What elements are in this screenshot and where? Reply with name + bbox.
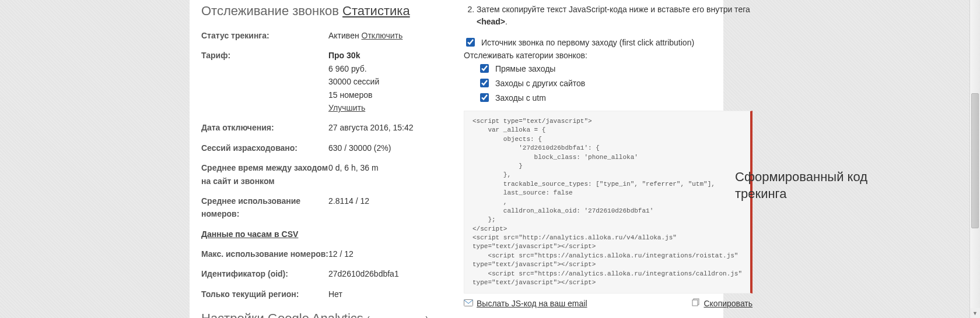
- oid-value: 27d2610d26bdbfa1: [328, 267, 446, 280]
- statistics-link[interactable]: Статистика: [342, 3, 410, 18]
- oid-label: Идентификатор (oid):: [201, 267, 328, 280]
- upgrade-tariff-link[interactable]: Улучшить: [328, 103, 365, 112]
- referrer-label: Заходы с других сайтов: [495, 79, 585, 88]
- copy-code-link[interactable]: Скопировать: [692, 298, 752, 308]
- mail-icon: [464, 299, 473, 308]
- tariff-label: Тариф:: [201, 49, 328, 62]
- region-value: Нет: [328, 288, 446, 301]
- avg-time-value: 0 d, 6 h, 36 m: [328, 161, 446, 174]
- avg-time-label: Среднее время между заходом на сайт и зв…: [201, 161, 328, 188]
- first-click-checkbox[interactable]: [466, 38, 475, 47]
- csv-download-link[interactable]: Данные по часам в CSV: [201, 229, 298, 239]
- direct-label: Прямые заходы: [495, 64, 555, 73]
- referrer-checkbox[interactable]: [480, 79, 489, 87]
- first-click-label: Источник звонка по первому заходу (first…: [481, 38, 694, 47]
- ga-settings-title: Настройки Google Analytics: [201, 311, 363, 318]
- track-categories-header: Отслеживать категории звонков:: [464, 51, 752, 60]
- scrollbar-thumb[interactable]: [971, 93, 979, 228]
- call-tracking-title: Отслеживание звонков: [201, 3, 339, 18]
- avg-numbers-label: Среднее использование номеров:: [201, 195, 328, 221]
- max-numbers-value: 12 / 12: [328, 248, 446, 260]
- avg-numbers-value: 2.8114 / 12: [328, 195, 446, 207]
- off-date-value: 27 августа 2016, 15:42: [328, 121, 446, 134]
- svg-rect-0: [464, 299, 473, 306]
- tariff-sessions: 30000 сессий: [328, 75, 446, 88]
- ga-edit-link[interactable]: (редактировать): [367, 315, 428, 318]
- tariff-value: Про 30k 6 960 руб. 30000 сессий 15 номер…: [328, 49, 446, 114]
- send-js-email-link[interactable]: Выслать JS-код на ваш email: [464, 299, 587, 308]
- tariff-numbers: 15 номеров: [328, 89, 446, 101]
- head-tag-text: <head>: [477, 17, 505, 26]
- call-tracking-heading: Отслеживание звонков Статистика: [201, 3, 446, 19]
- page-scrollbar[interactable]: ▼: [970, 0, 980, 318]
- ga-settings-heading: Настройки Google Analytics (редактироват…: [201, 311, 446, 318]
- direct-checkbox[interactable]: [480, 64, 489, 73]
- step-2: Затем скопируйте текст JavaScript-кода н…: [477, 3, 752, 28]
- off-date-label: Дата отключения:: [201, 121, 328, 134]
- svg-rect-2: [692, 300, 698, 306]
- sessions-used-value: 630 / 30000 (2%): [328, 142, 446, 154]
- tracking-status-value: Активен Отключить: [328, 29, 446, 42]
- tracking-status-active: Активен: [328, 31, 359, 40]
- install-steps: Затем скопируйте текст JavaScript-кода н…: [464, 3, 752, 28]
- tracking-code-block[interactable]: <script type="text/javascript"> var _all…: [464, 111, 752, 294]
- region-label: Только текущий регион:: [201, 288, 328, 301]
- tracking-status-label: Статус трекинга:: [201, 29, 328, 42]
- scrollbar-down-arrow[interactable]: ▼: [970, 308, 980, 318]
- max-numbers-label: Макс. использование номеров:: [201, 248, 328, 260]
- copy-icon: [692, 298, 700, 308]
- sessions-used-label: Сессий израсходовано:: [201, 142, 328, 154]
- callout-tracking-code: Сформированный код трекинга: [735, 169, 887, 202]
- step-2-period: .: [505, 17, 508, 26]
- step-2-text: Затем скопируйте текст JavaScript-кода н…: [477, 5, 750, 14]
- send-js-email-label: Выслать JS-код на ваш email: [477, 299, 587, 308]
- tariff-price: 6 960 руб.: [328, 62, 446, 75]
- utm-checkbox[interactable]: [480, 93, 489, 102]
- utm-label: Заходы с utm: [495, 93, 546, 103]
- tariff-name: Про 30k: [328, 49, 446, 62]
- copy-code-label: Скопировать: [704, 299, 752, 308]
- disable-tracking-link[interactable]: Отключить: [362, 31, 403, 40]
